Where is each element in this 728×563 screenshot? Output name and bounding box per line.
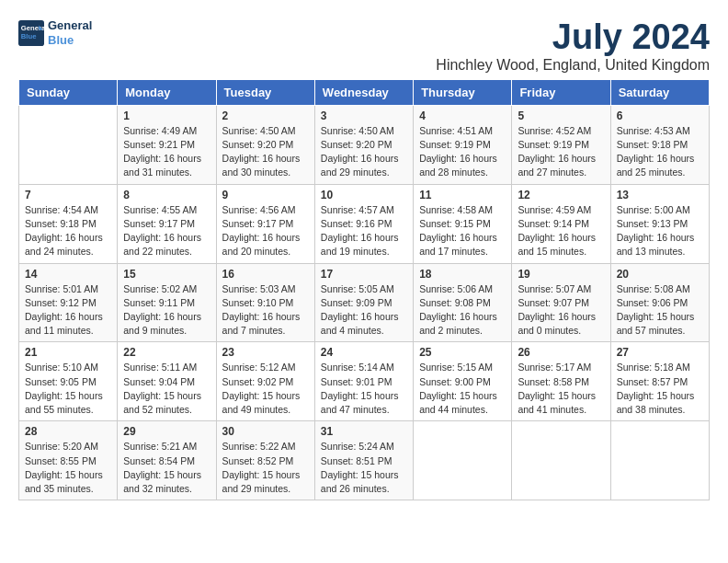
- day-number: 20: [617, 268, 703, 281]
- header-saturday: Saturday: [610, 79, 709, 105]
- day-info: Sunrise: 5:22 AM Sunset: 8:52 PM Dayligh…: [222, 440, 309, 496]
- week-row-4: 21Sunrise: 5:10 AM Sunset: 9:05 PM Dayli…: [19, 342, 710, 421]
- day-cell: 14Sunrise: 5:01 AM Sunset: 9:12 PM Dayli…: [19, 263, 118, 342]
- day-info: Sunrise: 5:03 AM Sunset: 9:10 PM Dayligh…: [222, 282, 309, 339]
- title-block: July 2024 Hinchley Wood, England, United…: [436, 18, 710, 74]
- day-number: 13: [617, 189, 703, 201]
- header-thursday: Thursday: [414, 79, 512, 105]
- day-cell: 30Sunrise: 5:22 AM Sunset: 8:52 PM Dayli…: [216, 421, 314, 500]
- day-info: Sunrise: 4:59 AM Sunset: 9:14 PM Dayligh…: [518, 203, 604, 259]
- day-info: Sunrise: 4:50 AM Sunset: 9:20 PM Dayligh…: [321, 124, 407, 180]
- day-cell: 15Sunrise: 5:02 AM Sunset: 9:11 PM Dayli…: [118, 263, 216, 342]
- day-cell: 31Sunrise: 5:24 AM Sunset: 8:51 PM Dayli…: [314, 421, 413, 500]
- day-cell: 18Sunrise: 5:06 AM Sunset: 9:08 PM Dayli…: [414, 263, 512, 342]
- day-cell: 27Sunrise: 5:18 AM Sunset: 8:57 PM Dayli…: [610, 342, 709, 421]
- logo-line1: General: [48, 18, 92, 33]
- day-info: Sunrise: 5:01 AM Sunset: 9:12 PM Dayligh…: [25, 282, 111, 339]
- day-cell: 21Sunrise: 5:10 AM Sunset: 9:05 PM Dayli…: [19, 342, 118, 421]
- day-info: Sunrise: 4:49 AM Sunset: 9:21 PM Dayligh…: [123, 124, 210, 180]
- month-title: July 2024: [436, 18, 710, 57]
- day-number: 26: [518, 346, 604, 359]
- day-cell: 8Sunrise: 4:55 AM Sunset: 9:17 PM Daylig…: [118, 184, 216, 263]
- day-cell: 25Sunrise: 5:15 AM Sunset: 9:00 PM Dayli…: [414, 342, 512, 421]
- day-number: 8: [123, 189, 210, 201]
- day-cell: 6Sunrise: 4:53 AM Sunset: 9:18 PM Daylig…: [610, 105, 709, 184]
- day-cell: 5Sunrise: 4:52 AM Sunset: 9:19 PM Daylig…: [512, 105, 610, 184]
- day-number: 31: [321, 425, 407, 438]
- header-friday: Friday: [512, 79, 610, 105]
- day-number: 28: [25, 425, 111, 438]
- week-row-2: 7Sunrise: 4:54 AM Sunset: 9:18 PM Daylig…: [19, 184, 710, 263]
- day-info: Sunrise: 5:05 AM Sunset: 9:09 PM Dayligh…: [321, 282, 407, 339]
- day-cell: 17Sunrise: 5:05 AM Sunset: 9:09 PM Dayli…: [314, 263, 413, 342]
- day-info: Sunrise: 5:06 AM Sunset: 9:08 PM Dayligh…: [419, 282, 506, 339]
- calendar-table: SundayMondayTuesdayWednesdayThursdayFrid…: [18, 79, 710, 500]
- day-number: 16: [222, 268, 309, 281]
- day-cell: 29Sunrise: 5:21 AM Sunset: 8:54 PM Dayli…: [118, 421, 216, 500]
- day-number: 25: [419, 346, 506, 359]
- day-cell: 22Sunrise: 5:11 AM Sunset: 9:04 PM Dayli…: [118, 342, 216, 421]
- header-wednesday: Wednesday: [314, 79, 413, 105]
- day-number: 23: [222, 346, 309, 359]
- day-info: Sunrise: 4:54 AM Sunset: 9:18 PM Dayligh…: [25, 203, 111, 259]
- day-number: 19: [518, 268, 604, 281]
- logo: General Blue General Blue: [18, 18, 92, 47]
- day-info: Sunrise: 5:10 AM Sunset: 9:05 PM Dayligh…: [25, 361, 111, 417]
- day-info: Sunrise: 4:56 AM Sunset: 9:17 PM Dayligh…: [222, 203, 309, 259]
- day-cell: 12Sunrise: 4:59 AM Sunset: 9:14 PM Dayli…: [512, 184, 610, 263]
- day-number: 12: [518, 189, 604, 201]
- day-number: 21: [25, 346, 111, 359]
- location: Hinchley Wood, England, United Kingdom: [436, 57, 710, 74]
- day-cell: 28Sunrise: 5:20 AM Sunset: 8:55 PM Dayli…: [19, 421, 118, 500]
- day-cell: [512, 421, 610, 500]
- day-number: 3: [321, 109, 407, 122]
- header-monday: Monday: [118, 79, 216, 105]
- day-info: Sunrise: 5:17 AM Sunset: 8:58 PM Dayligh…: [518, 361, 604, 417]
- day-info: Sunrise: 4:57 AM Sunset: 9:16 PM Dayligh…: [321, 203, 407, 259]
- day-cell: 23Sunrise: 5:12 AM Sunset: 9:02 PM Dayli…: [216, 342, 314, 421]
- day-number: 27: [617, 346, 703, 359]
- day-info: Sunrise: 5:18 AM Sunset: 8:57 PM Dayligh…: [617, 361, 703, 417]
- header-sunday: Sunday: [19, 79, 118, 105]
- day-number: 10: [321, 189, 407, 201]
- day-cell: [610, 421, 709, 500]
- day-cell: 26Sunrise: 5:17 AM Sunset: 8:58 PM Dayli…: [512, 342, 610, 421]
- logo-icon: General Blue: [18, 20, 44, 46]
- day-info: Sunrise: 4:55 AM Sunset: 9:17 PM Dayligh…: [123, 203, 210, 259]
- day-info: Sunrise: 5:14 AM Sunset: 9:01 PM Dayligh…: [321, 361, 407, 417]
- day-number: 24: [321, 346, 407, 359]
- day-number: 7: [25, 189, 111, 201]
- day-info: Sunrise: 4:51 AM Sunset: 9:19 PM Dayligh…: [419, 124, 506, 180]
- day-info: Sunrise: 4:50 AM Sunset: 9:20 PM Dayligh…: [222, 124, 309, 180]
- page-header: General Blue General Blue July 2024 Hinc…: [18, 18, 710, 74]
- day-info: Sunrise: 5:11 AM Sunset: 9:04 PM Dayligh…: [123, 361, 210, 417]
- day-info: Sunrise: 4:53 AM Sunset: 9:18 PM Dayligh…: [617, 124, 703, 180]
- day-info: Sunrise: 5:24 AM Sunset: 8:51 PM Dayligh…: [321, 440, 407, 496]
- week-row-3: 14Sunrise: 5:01 AM Sunset: 9:12 PM Dayli…: [19, 263, 710, 342]
- day-cell: 3Sunrise: 4:50 AM Sunset: 9:20 PM Daylig…: [314, 105, 413, 184]
- day-number: 17: [321, 268, 407, 281]
- day-cell: 19Sunrise: 5:07 AM Sunset: 9:07 PM Dayli…: [512, 263, 610, 342]
- day-cell: 2Sunrise: 4:50 AM Sunset: 9:20 PM Daylig…: [216, 105, 314, 184]
- day-cell: 1Sunrise: 4:49 AM Sunset: 9:21 PM Daylig…: [118, 105, 216, 184]
- day-info: Sunrise: 5:08 AM Sunset: 9:06 PM Dayligh…: [617, 282, 703, 339]
- day-number: 6: [617, 109, 703, 122]
- day-cell: 13Sunrise: 5:00 AM Sunset: 9:13 PM Dayli…: [610, 184, 709, 263]
- day-cell: 4Sunrise: 4:51 AM Sunset: 9:19 PM Daylig…: [414, 105, 512, 184]
- day-info: Sunrise: 5:00 AM Sunset: 9:13 PM Dayligh…: [617, 203, 703, 259]
- day-number: 4: [419, 109, 506, 122]
- day-info: Sunrise: 5:12 AM Sunset: 9:02 PM Dayligh…: [222, 361, 309, 417]
- day-number: 9: [222, 189, 309, 201]
- day-info: Sunrise: 5:21 AM Sunset: 8:54 PM Dayligh…: [123, 440, 210, 496]
- day-info: Sunrise: 4:58 AM Sunset: 9:15 PM Dayligh…: [419, 203, 506, 259]
- day-cell: 9Sunrise: 4:56 AM Sunset: 9:17 PM Daylig…: [216, 184, 314, 263]
- day-info: Sunrise: 4:52 AM Sunset: 9:19 PM Dayligh…: [518, 124, 604, 180]
- header-tuesday: Tuesday: [216, 79, 314, 105]
- day-cell: 16Sunrise: 5:03 AM Sunset: 9:10 PM Dayli…: [216, 263, 314, 342]
- day-number: 30: [222, 425, 309, 438]
- day-number: 11: [419, 189, 506, 201]
- day-cell: [19, 105, 118, 184]
- day-number: 29: [123, 425, 210, 438]
- day-cell: 11Sunrise: 4:58 AM Sunset: 9:15 PM Dayli…: [414, 184, 512, 263]
- day-number: 22: [123, 346, 210, 359]
